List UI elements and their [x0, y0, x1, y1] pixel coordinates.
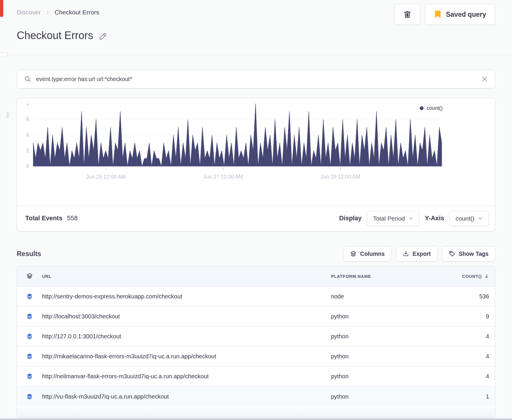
delete-query-button[interactable] [394, 4, 420, 25]
layers-icon [350, 251, 357, 257]
cell-platform[interactable]: python [331, 393, 443, 400]
sidebar-collapse-handle[interactable] [0, 52, 8, 57]
cell-platform[interactable]: python [331, 373, 443, 380]
chart-footer: Total Events 558 Display Total Period Y-… [17, 205, 495, 231]
cell-count[interactable]: 536 [443, 293, 495, 300]
svg-text:8: 8 [26, 104, 29, 107]
column-header-count[interactable]: COUNT() [443, 274, 495, 279]
yaxis-value: count() [456, 215, 474, 222]
svg-text:Jun 29 12:00 AM: Jun 29 12:00 AM [321, 174, 360, 180]
drag-handle [6, 112, 9, 119]
sort-desc-arrow-icon [484, 274, 489, 279]
trash-icon [403, 10, 412, 19]
breadcrumb-current: Checkout Errors [55, 9, 99, 16]
display-dropdown[interactable]: Total Period [367, 211, 419, 226]
yaxis-label: Y-Axis [425, 215, 444, 222]
table-buttons: Columns Export Show Tags [343, 246, 495, 261]
chart-panel: count() 02468Jun 25 12:00 AMJun 27 12:00… [17, 98, 495, 231]
cell-count[interactable]: 9 [443, 313, 495, 320]
chevron-down-icon [478, 216, 483, 221]
cell-url[interactable]: http://neilmanvar-flask-errors-m3uuizd7i… [42, 373, 331, 380]
bookmark-icon [434, 10, 441, 19]
cell-url[interactable]: http://localhost:3003/checkout [42, 313, 331, 320]
total-events-label: Total Events [25, 215, 62, 222]
breadcrumb: Discover Checkout Errors [17, 9, 99, 16]
cell-platform[interactable]: python [331, 333, 443, 340]
display-value: Total Period [373, 215, 405, 222]
events-area-chart: 02468Jun 25 12:00 AMJun 27 12:00 AMJun 2… [17, 104, 446, 189]
table-header-row: URL PLATFORM.NAME COUNT() [17, 266, 495, 287]
table-body: http://sentry-demos-express.herokuapp.co… [17, 287, 495, 406]
header-divider [0, 55, 512, 55]
column-header-url[interactable]: URL [42, 274, 331, 279]
tag-icon [449, 251, 455, 257]
search-input[interactable] [36, 76, 476, 83]
cell-url[interactable]: http://127.0.0.1:3001/checkout [42, 333, 331, 340]
cell-url[interactable]: http://mikaelacarino-flask-errors-m3uuiz… [42, 353, 331, 360]
columns-button[interactable]: Columns [343, 246, 391, 261]
cell-url[interactable]: http://vu-flask-m3uuizd7iq-uc.a.run.app/… [42, 393, 331, 400]
table-row: http://mikaelacarino-flask-errors-m3uuiz… [17, 347, 495, 367]
export-label: Export [413, 251, 431, 257]
show-tags-label: Show Tags [459, 251, 488, 257]
show-tags-button[interactable]: Show Tags [442, 246, 495, 261]
saved-query-label: Saved query [446, 11, 486, 19]
breadcrumb-discover-link[interactable]: Discover [17, 9, 41, 16]
stack-icon [17, 273, 42, 280]
cell-count[interactable]: 4 [443, 373, 495, 380]
column-header-platform[interactable]: PLATFORM.NAME [331, 274, 443, 279]
results-heading: Results [17, 250, 41, 258]
svg-text:6: 6 [26, 116, 29, 122]
total-events-value: 558 [67, 215, 78, 222]
cell-platform[interactable]: python [331, 353, 443, 360]
download-icon [403, 251, 409, 257]
results-header: Results Columns Export Sh [17, 246, 495, 261]
columns-label: Columns [360, 251, 384, 257]
stack-icon[interactable] [17, 293, 42, 300]
svg-text:2: 2 [26, 148, 29, 154]
title-row: Checkout Errors [17, 29, 107, 42]
clear-search-icon[interactable] [481, 76, 488, 82]
stack-icon[interactable] [17, 333, 42, 340]
yaxis-dropdown[interactable]: count() [449, 211, 489, 226]
cell-platform[interactable]: python [331, 313, 443, 320]
stack-icon[interactable] [17, 313, 42, 320]
table-bottom-gradient [17, 406, 495, 418]
export-button[interactable]: Export [396, 246, 438, 261]
stack-icon[interactable] [17, 393, 42, 400]
page-title: Checkout Errors [17, 29, 93, 42]
cell-url[interactable]: http://sentry-demos-express.herokuapp.co… [42, 293, 331, 300]
chevron-right-icon [46, 10, 50, 15]
header-actions: Saved query [394, 4, 495, 25]
table-row: http://sentry-demos-express.herokuapp.co… [17, 287, 495, 307]
svg-text:4: 4 [26, 132, 29, 138]
display-label: Display [339, 215, 362, 222]
cell-count[interactable]: 4 [443, 353, 495, 360]
saved-query-button[interactable]: Saved query [425, 4, 495, 25]
search-bar [17, 70, 495, 88]
edit-title-pencil-icon[interactable] [98, 32, 107, 41]
svg-text:0: 0 [26, 163, 29, 169]
cell-platform[interactable]: node [331, 293, 443, 300]
svg-text:Jun 25 12:00 AM: Jun 25 12:00 AM [86, 174, 126, 180]
search-icon [24, 75, 31, 83]
page-bottom-edge [0, 419, 512, 420]
svg-text:Jun 27 12:00 AM: Jun 27 12:00 AM [203, 174, 243, 180]
chart-controls: Display Total Period Y-Axis count() [339, 211, 489, 226]
cell-count[interactable]: 1 [443, 393, 495, 400]
chevron-down-icon [408, 216, 413, 221]
red-edge-marker [0, 0, 3, 17]
stack-icon[interactable] [17, 353, 42, 360]
cell-count[interactable]: 4 [443, 333, 495, 340]
total-events: Total Events 558 [25, 215, 78, 222]
table-row: http://127.0.0.1:3001/checkout python 4 [17, 327, 495, 347]
table-row: http://localhost:3003/checkout python 9 [17, 307, 495, 327]
table-row: http://vu-flask-m3uuizd7iq-uc.a.run.app/… [17, 387, 495, 406]
table-row: http://neilmanvar-flask-errors-m3uuizd7i… [17, 367, 495, 387]
stack-icon[interactable] [17, 373, 42, 380]
results-table: URL PLATFORM.NAME COUNT() http://sentry-… [17, 266, 495, 418]
